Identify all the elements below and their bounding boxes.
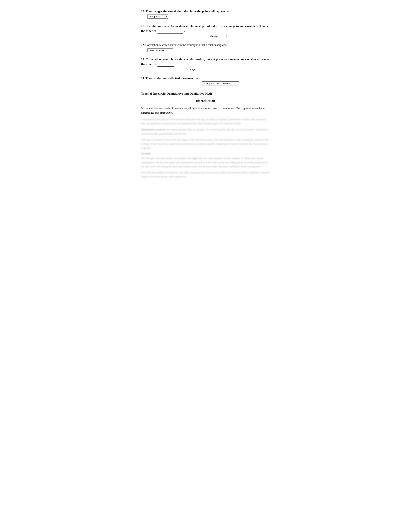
q11-body-before: Correlation research can show a relation… (141, 24, 269, 33)
blurred-block-1: Understanding the purpose of the researc… (141, 117, 270, 126)
q11-selected-value: change (210, 35, 218, 38)
q10-dropdown-container[interactable]: straight line . (148, 15, 270, 19)
q13-underline (158, 66, 174, 66)
blurred-example-heading: Example (141, 152, 270, 155)
q12-dropdown[interactable]: does not exist (148, 48, 173, 52)
intro-quantitative: quantitative (141, 111, 154, 114)
q14-number: 14. (141, 76, 145, 81)
q14-dropdown[interactable]: strength of the correlation (202, 81, 239, 86)
question-12-text: 12. Correlation research starts with the… (141, 43, 270, 48)
q12-dropdown-arrow-icon (170, 50, 172, 51)
q10-body: The stronger the correlation, the closer… (146, 10, 231, 13)
q11-dropdown-arrow-icon (223, 36, 225, 37)
q13-dropdown-arrow-icon (199, 69, 201, 70)
q10-number: 10. (141, 10, 145, 13)
q13-dropdown[interactable]: change (186, 67, 202, 71)
q12-body-before: Correlation research starts with the ass… (145, 43, 227, 47)
q13-number: 13. (141, 57, 145, 61)
blurred-block-3: This type of research is best in the lat… (141, 138, 270, 150)
intro-paragraph-1: Just as statistics and levels of measure… (141, 106, 270, 115)
q14-selected-value: strength of the correlation (204, 82, 231, 85)
blurred-block-4: For example, a decision maker must prepa… (141, 156, 270, 169)
q14-dropdown-arrow-icon (236, 83, 238, 84)
q14-dropdown-container[interactable]: strength of the correlation (202, 81, 270, 86)
q13-body-before: Correlation research can show a relation… (141, 57, 269, 66)
q11-underline (158, 33, 183, 34)
q12-number: 12. (141, 43, 145, 47)
blurred-block-5: To be the most realistic research that c… (141, 171, 270, 179)
question-12-block: 12. Correlation research starts with the… (141, 43, 270, 52)
question-14-block: 14. The correlation coefficient measures… (141, 76, 270, 85)
q10-dropdown[interactable]: straight line (148, 15, 168, 19)
question-11-text: 11. Correlation research can show a rela… (141, 24, 270, 34)
q13-dropdown-container[interactable]: change (186, 67, 270, 71)
blurred-block-2: Quantitative research uses numerical dat… (141, 127, 270, 136)
q11-dropdown[interactable]: change (209, 34, 226, 38)
section-header: Types of Research: Quantitative and Qual… (141, 92, 270, 95)
question-13-text: 13. Correlation research can show a rela… (141, 57, 270, 67)
intro-title: Introduction (141, 99, 270, 103)
question-10-text: 10. The stronger the correlation, the cl… (141, 10, 270, 13)
intro-qualitative: qualitative (160, 111, 172, 114)
question-14-text: 14. The correlation coefficient measures… (141, 76, 270, 81)
question-13-block: 13. Correlation research can show a rela… (141, 57, 270, 71)
q12-selected-value: does not exist (149, 49, 164, 52)
q13-selected-value: change (188, 68, 196, 71)
intro-and: and (155, 111, 159, 114)
q11-number: 11. (141, 24, 145, 28)
question-10-block: 10. The stronger the correlation, the cl… (141, 10, 270, 19)
q14-body-before: The correlation coefficient measures the (146, 76, 198, 81)
q11-dropdown-container[interactable]: change (209, 34, 270, 38)
q10-dropdown-arrow-icon (165, 16, 167, 17)
question-11-block: 11. Correlation research can show a rela… (141, 24, 270, 38)
q14-underline (199, 79, 234, 79)
q10-selected-value: straight line (149, 15, 161, 18)
q12-dropdown-container[interactable]: does not exist . (148, 48, 270, 52)
